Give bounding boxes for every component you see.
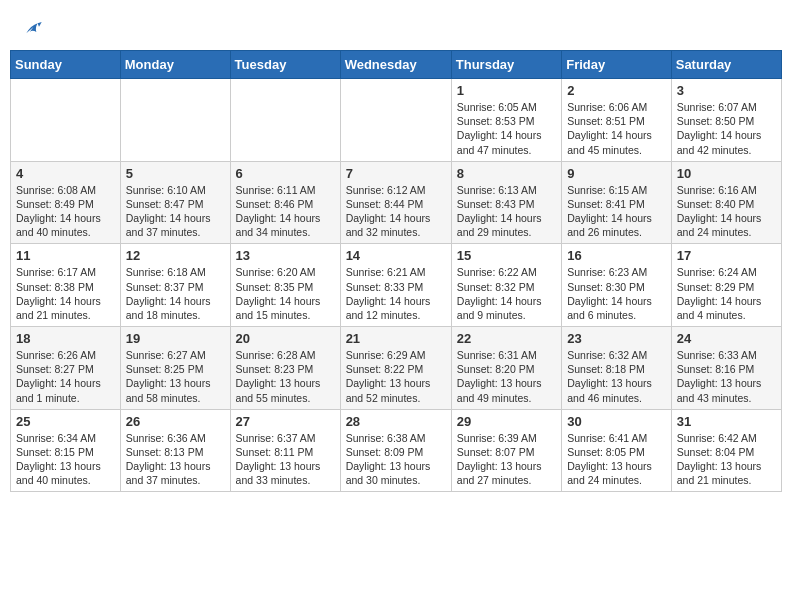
weekday-header-cell: Friday	[562, 51, 672, 79]
calendar-body: 1Sunrise: 6:05 AMSunset: 8:53 PMDaylight…	[11, 79, 782, 492]
day-info: Sunrise: 6:28 AMSunset: 8:23 PMDaylight:…	[236, 348, 335, 405]
calendar-day-cell: 20Sunrise: 6:28 AMSunset: 8:23 PMDayligh…	[230, 327, 340, 410]
day-number: 21	[346, 331, 446, 346]
calendar-day-cell	[340, 79, 451, 162]
day-info: Sunrise: 6:37 AMSunset: 8:11 PMDaylight:…	[236, 431, 335, 488]
calendar-week-row: 4Sunrise: 6:08 AMSunset: 8:49 PMDaylight…	[11, 161, 782, 244]
day-info: Sunrise: 6:34 AMSunset: 8:15 PMDaylight:…	[16, 431, 115, 488]
calendar-day-cell: 27Sunrise: 6:37 AMSunset: 8:11 PMDayligh…	[230, 409, 340, 492]
day-number: 15	[457, 248, 556, 263]
weekday-header-cell: Thursday	[451, 51, 561, 79]
day-number: 8	[457, 166, 556, 181]
day-info: Sunrise: 6:39 AMSunset: 8:07 PMDaylight:…	[457, 431, 556, 488]
day-info: Sunrise: 6:29 AMSunset: 8:22 PMDaylight:…	[346, 348, 446, 405]
calendar-day-cell: 17Sunrise: 6:24 AMSunset: 8:29 PMDayligh…	[671, 244, 781, 327]
day-number: 13	[236, 248, 335, 263]
day-info: Sunrise: 6:08 AMSunset: 8:49 PMDaylight:…	[16, 183, 115, 240]
day-number: 11	[16, 248, 115, 263]
calendar-day-cell: 22Sunrise: 6:31 AMSunset: 8:20 PMDayligh…	[451, 327, 561, 410]
calendar-day-cell: 8Sunrise: 6:13 AMSunset: 8:43 PMDaylight…	[451, 161, 561, 244]
day-number: 26	[126, 414, 225, 429]
day-info: Sunrise: 6:07 AMSunset: 8:50 PMDaylight:…	[677, 100, 776, 157]
calendar-day-cell	[120, 79, 230, 162]
day-info: Sunrise: 6:32 AMSunset: 8:18 PMDaylight:…	[567, 348, 666, 405]
calendar-day-cell: 21Sunrise: 6:29 AMSunset: 8:22 PMDayligh…	[340, 327, 451, 410]
calendar-day-cell: 25Sunrise: 6:34 AMSunset: 8:15 PMDayligh…	[11, 409, 121, 492]
day-number: 1	[457, 83, 556, 98]
day-number: 31	[677, 414, 776, 429]
day-info: Sunrise: 6:22 AMSunset: 8:32 PMDaylight:…	[457, 265, 556, 322]
day-info: Sunrise: 6:05 AMSunset: 8:53 PMDaylight:…	[457, 100, 556, 157]
day-number: 23	[567, 331, 666, 346]
calendar-day-cell: 24Sunrise: 6:33 AMSunset: 8:16 PMDayligh…	[671, 327, 781, 410]
day-number: 2	[567, 83, 666, 98]
day-number: 29	[457, 414, 556, 429]
day-info: Sunrise: 6:26 AMSunset: 8:27 PMDaylight:…	[16, 348, 115, 405]
day-number: 10	[677, 166, 776, 181]
day-number: 30	[567, 414, 666, 429]
day-info: Sunrise: 6:24 AMSunset: 8:29 PMDaylight:…	[677, 265, 776, 322]
day-number: 27	[236, 414, 335, 429]
calendar-day-cell: 3Sunrise: 6:07 AMSunset: 8:50 PMDaylight…	[671, 79, 781, 162]
day-number: 25	[16, 414, 115, 429]
calendar-day-cell: 2Sunrise: 6:06 AMSunset: 8:51 PMDaylight…	[562, 79, 672, 162]
day-info: Sunrise: 6:15 AMSunset: 8:41 PMDaylight:…	[567, 183, 666, 240]
weekday-header-cell: Tuesday	[230, 51, 340, 79]
day-info: Sunrise: 6:23 AMSunset: 8:30 PMDaylight:…	[567, 265, 666, 322]
calendar-day-cell: 29Sunrise: 6:39 AMSunset: 8:07 PMDayligh…	[451, 409, 561, 492]
day-info: Sunrise: 6:21 AMSunset: 8:33 PMDaylight:…	[346, 265, 446, 322]
day-info: Sunrise: 6:33 AMSunset: 8:16 PMDaylight:…	[677, 348, 776, 405]
day-info: Sunrise: 6:12 AMSunset: 8:44 PMDaylight:…	[346, 183, 446, 240]
weekday-header-cell: Saturday	[671, 51, 781, 79]
calendar-day-cell: 15Sunrise: 6:22 AMSunset: 8:32 PMDayligh…	[451, 244, 561, 327]
day-number: 6	[236, 166, 335, 181]
calendar-table: SundayMondayTuesdayWednesdayThursdayFrid…	[10, 50, 782, 492]
calendar-day-cell: 14Sunrise: 6:21 AMSunset: 8:33 PMDayligh…	[340, 244, 451, 327]
weekday-header-cell: Sunday	[11, 51, 121, 79]
calendar-day-cell: 23Sunrise: 6:32 AMSunset: 8:18 PMDayligh…	[562, 327, 672, 410]
calendar-day-cell: 5Sunrise: 6:10 AMSunset: 8:47 PMDaylight…	[120, 161, 230, 244]
weekday-header-cell: Monday	[120, 51, 230, 79]
calendar-day-cell: 28Sunrise: 6:38 AMSunset: 8:09 PMDayligh…	[340, 409, 451, 492]
day-number: 28	[346, 414, 446, 429]
day-number: 17	[677, 248, 776, 263]
day-number: 5	[126, 166, 225, 181]
day-number: 20	[236, 331, 335, 346]
day-number: 4	[16, 166, 115, 181]
day-info: Sunrise: 6:10 AMSunset: 8:47 PMDaylight:…	[126, 183, 225, 240]
calendar-week-row: 1Sunrise: 6:05 AMSunset: 8:53 PMDaylight…	[11, 79, 782, 162]
calendar-week-row: 11Sunrise: 6:17 AMSunset: 8:38 PMDayligh…	[11, 244, 782, 327]
day-number: 12	[126, 248, 225, 263]
day-info: Sunrise: 6:20 AMSunset: 8:35 PMDaylight:…	[236, 265, 335, 322]
day-info: Sunrise: 6:27 AMSunset: 8:25 PMDaylight:…	[126, 348, 225, 405]
day-info: Sunrise: 6:42 AMSunset: 8:04 PMDaylight:…	[677, 431, 776, 488]
calendar-day-cell: 1Sunrise: 6:05 AMSunset: 8:53 PMDaylight…	[451, 79, 561, 162]
calendar-day-cell: 13Sunrise: 6:20 AMSunset: 8:35 PMDayligh…	[230, 244, 340, 327]
calendar-day-cell: 12Sunrise: 6:18 AMSunset: 8:37 PMDayligh…	[120, 244, 230, 327]
day-number: 19	[126, 331, 225, 346]
day-number: 24	[677, 331, 776, 346]
day-info: Sunrise: 6:41 AMSunset: 8:05 PMDaylight:…	[567, 431, 666, 488]
day-info: Sunrise: 6:16 AMSunset: 8:40 PMDaylight:…	[677, 183, 776, 240]
logo-bird-icon	[23, 20, 43, 40]
day-number: 7	[346, 166, 446, 181]
calendar-day-cell: 16Sunrise: 6:23 AMSunset: 8:30 PMDayligh…	[562, 244, 672, 327]
day-number: 3	[677, 83, 776, 98]
day-number: 9	[567, 166, 666, 181]
calendar-week-row: 18Sunrise: 6:26 AMSunset: 8:27 PMDayligh…	[11, 327, 782, 410]
calendar-day-cell: 26Sunrise: 6:36 AMSunset: 8:13 PMDayligh…	[120, 409, 230, 492]
day-info: Sunrise: 6:31 AMSunset: 8:20 PMDaylight:…	[457, 348, 556, 405]
day-number: 18	[16, 331, 115, 346]
weekday-header-row: SundayMondayTuesdayWednesdayThursdayFrid…	[11, 51, 782, 79]
calendar-week-row: 25Sunrise: 6:34 AMSunset: 8:15 PMDayligh…	[11, 409, 782, 492]
calendar-day-cell	[230, 79, 340, 162]
day-info: Sunrise: 6:11 AMSunset: 8:46 PMDaylight:…	[236, 183, 335, 240]
calendar-day-cell: 19Sunrise: 6:27 AMSunset: 8:25 PMDayligh…	[120, 327, 230, 410]
day-number: 16	[567, 248, 666, 263]
page-header	[10, 10, 782, 45]
calendar-day-cell: 18Sunrise: 6:26 AMSunset: 8:27 PMDayligh…	[11, 327, 121, 410]
calendar-day-cell: 9Sunrise: 6:15 AMSunset: 8:41 PMDaylight…	[562, 161, 672, 244]
day-info: Sunrise: 6:38 AMSunset: 8:09 PMDaylight:…	[346, 431, 446, 488]
day-info: Sunrise: 6:06 AMSunset: 8:51 PMDaylight:…	[567, 100, 666, 157]
calendar-day-cell: 7Sunrise: 6:12 AMSunset: 8:44 PMDaylight…	[340, 161, 451, 244]
